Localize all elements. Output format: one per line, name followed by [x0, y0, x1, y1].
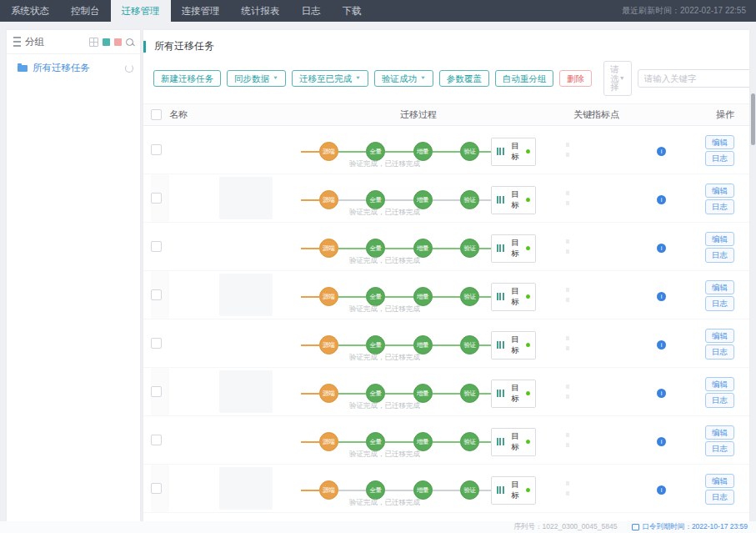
metrics-cell: [536, 385, 657, 399]
edit-button[interactable]: 编辑: [705, 184, 734, 199]
info-icon[interactable]: i: [657, 389, 666, 398]
task-name-cell: [169, 126, 301, 173]
target-node: 目标: [491, 380, 536, 408]
tree-item-all-tasks[interactable]: 所有迁移任务: [7, 54, 140, 82]
status-dot: [526, 343, 530, 347]
table-row: 源端全量增量验证目标 验证完成，已迁移完成 i 编辑日志: [143, 416, 749, 465]
row-checkbox[interactable]: [151, 338, 162, 349]
info-icon[interactable]: i: [657, 147, 666, 156]
keyword-search-input[interactable]: [638, 69, 749, 88]
log-button[interactable]: 日志: [705, 344, 734, 360]
row-checkbox[interactable]: [151, 241, 162, 252]
edit-button[interactable]: 编辑: [705, 232, 734, 247]
grid-icon[interactable]: [89, 38, 98, 47]
log-button[interactable]: 日志: [705, 393, 734, 408]
status-dot: [526, 149, 530, 153]
pipeline-step-node: 验证: [460, 335, 479, 354]
log-button[interactable]: 日志: [705, 441, 734, 456]
database-bars-icon: [497, 196, 504, 204]
table-row: 源端全量增量验证目标 验证完成，已迁移完成 i 编辑日志: [143, 368, 749, 416]
select-all-checkbox[interactable]: [151, 109, 162, 120]
target-node: 目标: [491, 476, 536, 505]
status-dot: [526, 391, 530, 395]
column-progress: 迁移过程: [301, 108, 536, 121]
nav-item[interactable]: 统计报表: [231, 0, 291, 22]
row-checkbox[interactable]: [151, 289, 162, 300]
redacted-name-block: [219, 370, 273, 413]
target-node: 目标: [491, 186, 536, 214]
row-checkbox[interactable]: [151, 144, 162, 155]
nav-item[interactable]: 下载: [332, 0, 373, 22]
toolbar-action-button[interactable]: 参数覆盖: [439, 70, 489, 88]
filter-select[interactable]: 请选择 ▼: [603, 61, 631, 96]
tree-item-label: 所有迁移任务: [33, 62, 90, 74]
nav-item[interactable]: 日志: [291, 0, 332, 22]
log-button[interactable]: 日志: [705, 490, 734, 505]
scrollbar-thumb[interactable]: [751, 93, 755, 145]
edit-button[interactable]: 编辑: [705, 280, 734, 295]
row-actions-cell: 编辑日志: [677, 182, 749, 214]
info-icon[interactable]: i: [657, 195, 666, 204]
new-task-button[interactable]: 新建迁移任务: [153, 70, 221, 88]
row-checkbox[interactable]: [151, 483, 162, 494]
info-icon[interactable]: i: [657, 244, 666, 253]
task-name-cell: [169, 223, 301, 270]
pipeline-step-node: 验证: [460, 190, 479, 209]
info-icon[interactable]: i: [657, 437, 666, 446]
delete-group-icon[interactable]: [114, 38, 122, 46]
toolbar-action-button[interactable]: 自动重分组: [495, 70, 554, 88]
add-group-icon[interactable]: [103, 38, 110, 46]
task-name-cell: [169, 465, 301, 512]
progress-cell: 源端全量增量验证目标 验证完成，已迁移完成: [301, 319, 536, 367]
search-icon[interactable]: [126, 38, 133, 46]
row-checkbox[interactable]: [151, 193, 162, 204]
target-label: 目标: [508, 189, 523, 211]
database-bars-icon: [497, 244, 504, 252]
group-title: 分组: [25, 36, 44, 48]
row-checkbox[interactable]: [151, 435, 162, 445]
toolbar-dropdown-button[interactable]: 迁移至已完成▼: [292, 70, 368, 88]
row-actions-cell: 编辑日志: [677, 375, 749, 408]
pipeline-caption: 验证完成，已迁移完成: [349, 304, 420, 314]
progress-cell: 源端全量增量验证目标 验证完成，已迁移完成: [301, 416, 536, 464]
info-icon[interactable]: i: [657, 292, 666, 301]
log-button[interactable]: 日志: [705, 151, 734, 166]
edit-button[interactable]: 编辑: [705, 425, 734, 440]
scrollbar[interactable]: [751, 93, 755, 521]
edit-button[interactable]: 编辑: [705, 474, 734, 489]
serial-number-label: 序列号：1022_0300_0045_5845: [514, 522, 618, 532]
toolbar-dropdown-button[interactable]: 验证成功▼: [374, 70, 433, 88]
log-button[interactable]: 日志: [705, 199, 734, 214]
progress-cell: 源端全量增量验证目标 验证完成，已迁移完成: [301, 223, 536, 270]
row-actions-cell: 编辑日志: [677, 424, 749, 456]
log-button[interactable]: 日志: [705, 296, 734, 311]
edit-button[interactable]: 编辑: [705, 329, 734, 344]
pipeline-step-node: 源端: [319, 384, 338, 403]
column-actions: 操作: [677, 108, 749, 121]
refresh-icon[interactable]: [125, 64, 133, 73]
nav-item[interactable]: 控制台: [60, 0, 111, 22]
nav-item[interactable]: 连接管理: [171, 0, 231, 22]
target-label: 目标: [508, 238, 523, 259]
target-label: 目标: [508, 383, 523, 405]
info-icon[interactable]: i: [657, 485, 666, 495]
delete-button[interactable]: 删除: [559, 70, 592, 88]
pipeline-step-node: 验证: [460, 239, 479, 258]
column-name: 名称: [169, 108, 301, 121]
pipeline-caption: 验证完成，已迁移完成: [349, 208, 420, 218]
table-row: 源端全量增量验证目标 验证完成，已迁移完成 i 编辑日志: [143, 319, 749, 368]
nav-item[interactable]: 迁移管理: [111, 0, 171, 22]
row-checkbox[interactable]: [151, 386, 162, 397]
nav-item[interactable]: 系统状态: [0, 0, 60, 22]
edit-button[interactable]: 编辑: [705, 377, 734, 392]
toolbar-dropdown-button[interactable]: 同步数据▼: [227, 70, 286, 88]
title-accent-bar: [143, 41, 146, 53]
redacted-name-block: [219, 467, 273, 510]
panel-title: 所有迁移任务: [143, 39, 749, 53]
table-header: 名称 迁移过程 关键指标点 操作: [143, 103, 749, 126]
task-name-cell: [169, 174, 301, 222]
target-label: 目标: [508, 141, 523, 163]
info-icon[interactable]: i: [657, 340, 666, 349]
log-button[interactable]: 日志: [705, 248, 734, 263]
edit-button[interactable]: 编辑: [705, 135, 734, 150]
